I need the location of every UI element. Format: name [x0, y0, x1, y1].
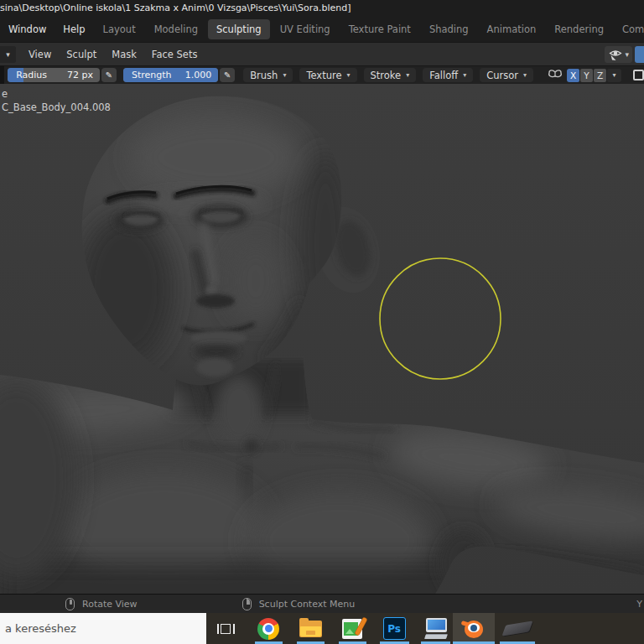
- stroke-popover-label: Stroke: [371, 70, 402, 81]
- wacom-tablet-button[interactable]: [498, 613, 537, 644]
- taskbar-search-input[interactable]: a kereséshez: [0, 613, 206, 644]
- tool-settings-bar: Radius 72 px ✎ Strength 1.000 ✎ Brush▾ T…: [0, 65, 644, 84]
- texture-popover-label: Texture: [306, 70, 341, 81]
- symmetry-butterfly-icon: [547, 69, 564, 82]
- status-right-text: Y: [636, 599, 642, 610]
- chrome-icon: [257, 618, 279, 640]
- tab-layout[interactable]: Layout: [95, 19, 144, 39]
- menu-mask[interactable]: Mask: [104, 45, 144, 64]
- tab-animation[interactable]: Animation: [479, 19, 545, 39]
- file-explorer-button[interactable]: [295, 613, 325, 644]
- symmetry-y-toggle[interactable]: Y: [580, 69, 593, 82]
- symmetry-dropdown[interactable]: ▾: [607, 69, 621, 82]
- viewport-shading-button-partial[interactable]: [635, 46, 644, 63]
- viewport-perspective-label: e: [2, 87, 111, 101]
- photoshop-icon: Ps: [383, 617, 406, 640]
- photoshop-button[interactable]: Ps: [378, 613, 410, 644]
- symmetry-x-toggle[interactable]: X: [567, 69, 579, 82]
- my-computer-button[interactable]: [420, 613, 452, 644]
- window-title: sina\Desktop\Online iskola\1 Szakma x An…: [0, 3, 351, 13]
- menu-sculpt[interactable]: Sculpt: [59, 45, 104, 64]
- radius-label: Radius: [16, 70, 47, 80]
- image-editor-icon: [342, 619, 362, 639]
- menu-face-sets[interactable]: Face Sets: [144, 45, 205, 64]
- tab-uv-editing[interactable]: UV Editing: [272, 19, 339, 39]
- status-hint-rotate: Rotate View: [65, 598, 138, 610]
- middle-mouse-icon: [65, 598, 75, 610]
- menu-help[interactable]: Help: [55, 20, 93, 39]
- blender-icon: [462, 617, 486, 641]
- chevron-down-icon: ▾: [463, 71, 466, 79]
- sculpt-viewport-canvas: [0, 84, 644, 594]
- stylus-icon: ✎: [106, 70, 112, 80]
- chrome-taskbar-button[interactable]: [254, 613, 283, 644]
- my-computer-icon: [425, 617, 448, 640]
- strength-value: 1.000: [185, 70, 212, 80]
- viewport-header: ▾ View Sculpt Mask Face Sets ▾: [0, 42, 644, 65]
- strength-label: Strength: [132, 70, 172, 80]
- tab-sculpting[interactable]: Sculpting: [208, 19, 270, 39]
- windows-taskbar: a kereséshez Ps: [0, 613, 644, 644]
- texture-popover[interactable]: Texture▾: [299, 68, 356, 82]
- status-hint-context-menu: Sculpt Context Menu: [242, 598, 356, 610]
- radius-pressure-button[interactable]: ✎: [101, 68, 117, 82]
- editor-type-dropdown[interactable]: ▾: [0, 46, 16, 63]
- symmetry-z-toggle[interactable]: Z: [594, 69, 606, 82]
- status-hint-label: Rotate View: [82, 599, 138, 610]
- tab-texture-paint[interactable]: Texture Paint: [340, 19, 419, 39]
- wacom-tablet-icon: [502, 621, 533, 636]
- blender-window: sina\Desktop\Online iskola\1 Szakma x An…: [0, 0, 644, 644]
- brush-popover-label: Brush: [250, 70, 278, 81]
- cursor-popover[interactable]: Cursor▾: [480, 68, 533, 82]
- menu-window[interactable]: Window: [0, 20, 55, 39]
- chevron-down-icon: ▾: [523, 71, 527, 79]
- tab-modeling[interactable]: Modeling: [146, 19, 206, 39]
- tab-shading[interactable]: Shading: [421, 19, 477, 39]
- radius-slider[interactable]: Radius 72 px: [8, 68, 100, 82]
- file-explorer-icon: [299, 621, 322, 637]
- menu-view[interactable]: View: [21, 45, 59, 64]
- tab-compositing[interactable]: Compositing: [614, 19, 644, 39]
- task-view-icon: [217, 624, 235, 634]
- status-hint-label: Sculpt Context Menu: [259, 599, 356, 610]
- sculpt-3d-viewport[interactable]: e C_Base_Body_004.008: [0, 84, 644, 594]
- stylus-icon: ✎: [224, 70, 231, 80]
- show-overlays-button[interactable]: ▾: [605, 46, 632, 63]
- falloff-popover[interactable]: Falloff▾: [423, 68, 473, 82]
- symmetry-group: X Y Z ▾: [547, 69, 644, 82]
- image-editor-button[interactable]: [337, 613, 367, 644]
- top-menubar: Window Help Layout Modeling Sculpting UV…: [0, 16, 644, 42]
- strength-slider[interactable]: Strength 1.000: [123, 68, 218, 82]
- chevron-down-icon: ▾: [625, 50, 629, 59]
- strength-pressure-button[interactable]: ✎: [220, 68, 235, 82]
- tab-rendering[interactable]: Rendering: [546, 19, 612, 39]
- blender-taskbar-button[interactable]: [453, 613, 495, 644]
- brush-popover[interactable]: Brush▾: [243, 68, 293, 82]
- tool-stub: [0, 66, 4, 85]
- status-bar: Rotate View Sculpt Context Menu Y: [0, 594, 644, 613]
- radius-value: 72 px: [67, 70, 93, 80]
- window-title-bar: sina\Desktop\Online iskola\1 Szakma x An…: [0, 0, 644, 16]
- falloff-popover-label: Falloff: [429, 70, 458, 81]
- chevron-down-icon: ▾: [283, 71, 286, 79]
- task-view-button[interactable]: [213, 613, 238, 644]
- stroke-popover[interactable]: Stroke▾: [364, 68, 417, 82]
- right-mouse-icon: [242, 598, 252, 610]
- chevron-down-icon: ▾: [406, 71, 409, 79]
- overlays-eye-icon: [608, 48, 623, 61]
- active-object-name: C_Base_Body_004.008: [2, 101, 111, 114]
- cursor-popover-label: Cursor: [486, 70, 518, 81]
- chevron-down-icon: ▾: [347, 71, 351, 79]
- search-text: a kereséshez: [5, 622, 76, 635]
- square-tool-icon[interactable]: [633, 70, 644, 80]
- viewport-overlay-text: e C_Base_Body_004.008: [2, 87, 111, 114]
